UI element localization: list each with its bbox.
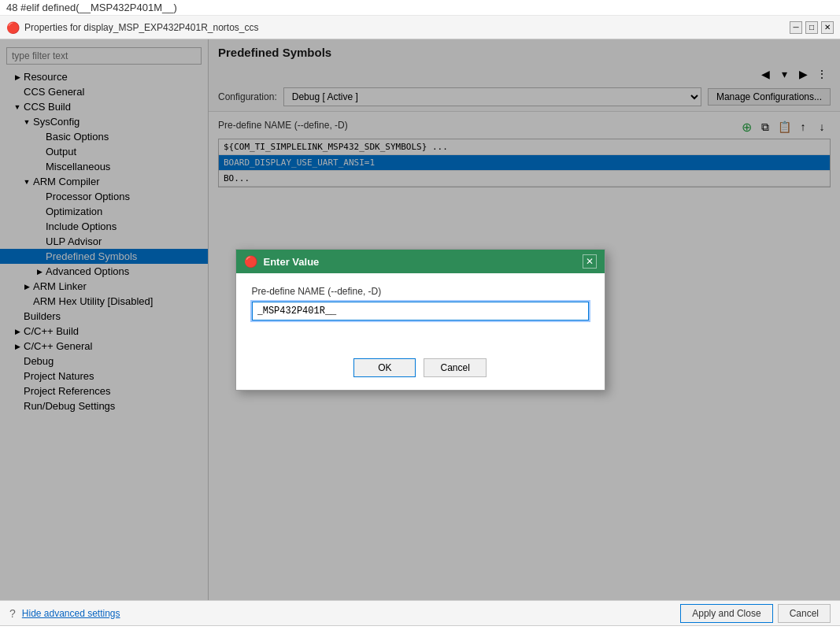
code-background: 48 #elif defined(__MSP432P401M__) — [0, 0, 840, 16]
window-title: Properties for display_MSP_EXP432P401R_n… — [24, 22, 785, 33]
help-icon[interactable]: ? — [9, 607, 16, 620]
status-bar: ⊗ Errors (3 items) ⊗ #35 #error directiv… — [0, 625, 840, 630]
dialog-icon: 🔴 — [244, 255, 257, 268]
cancel-button[interactable]: Cancel — [778, 604, 831, 623]
title-bar: 🔴 Properties for display_MSP_EXP432P401R… — [0, 16, 840, 39]
bottom-bar: ? Hide advanced settings Apply and Close… — [0, 600, 840, 625]
dialog-close-button[interactable]: ✕ — [583, 254, 597, 269]
bottom-buttons: Apply and Close Cancel — [680, 604, 831, 623]
hide-advanced-link[interactable]: Hide advanced settings — [22, 608, 120, 619]
code-line: 48 #elif defined(__MSP432P401M__) — [6, 2, 177, 13]
maximize-button[interactable]: □ — [805, 21, 818, 34]
close-button[interactable]: ✕ — [821, 21, 834, 34]
apply-and-close-button[interactable]: Apply and Close — [680, 604, 772, 623]
dialog-body: Pre-define NAME (--define, -D) OK Cancel — [236, 273, 605, 390]
dialog-overlay: 🔴 Enter Value ✕ Pre-define NAME (--defin… — [0, 39, 840, 600]
dialog-field-label: Pre-define NAME (--define, -D) — [252, 286, 589, 297]
dialog-titlebar: 🔴 Enter Value ✕ — [236, 250, 605, 273]
app-icon: 🔴 — [6, 21, 20, 34]
minimize-button[interactable]: ─ — [790, 21, 802, 34]
dialog-title: Enter Value — [264, 256, 576, 268]
dialog-buttons: OK Cancel — [252, 358, 589, 377]
dialog-cancel-button[interactable]: Cancel — [424, 358, 486, 377]
enter-value-dialog: 🔴 Enter Value ✕ Pre-define NAME (--defin… — [235, 249, 605, 391]
dialog-ok-button[interactable]: OK — [353, 358, 416, 377]
main-layout: ▶ Resource CCS General ▼ CCS Build ▼ Sys… — [0, 39, 840, 600]
dialog-input-field[interactable] — [252, 302, 589, 321]
